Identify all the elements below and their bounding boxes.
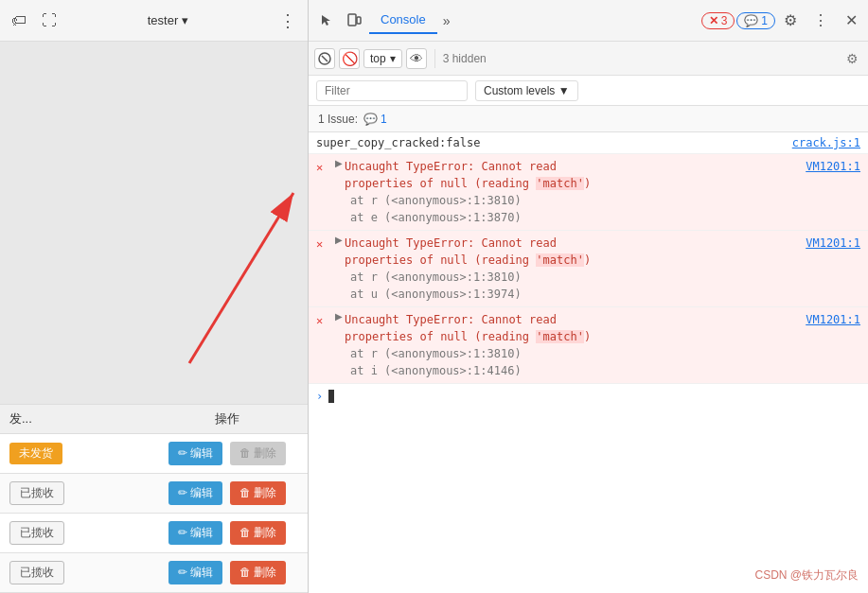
- clear-icon: [318, 52, 331, 65]
- separator: [434, 49, 435, 68]
- context-label: top: [370, 52, 386, 65]
- chevron-down-icon: ▾: [390, 52, 396, 65]
- user-label: tester: [148, 13, 179, 27]
- error-x-icon: ✕: [709, 14, 718, 27]
- expand-error-button[interactable]: ▶: [335, 158, 343, 168]
- watermark: CSDN @铁力瓦尔良: [754, 567, 859, 584]
- status-badge: 已揽收: [9, 521, 64, 545]
- svg-line-5: [322, 56, 328, 61]
- expand-icon: ⛶: [42, 12, 57, 29]
- console-line-error: ✕ ▶ Uncaught TypeError: Cannot read prop…: [309, 231, 868, 307]
- col-op-header: 操作: [156, 410, 298, 427]
- left-panel: 🏷 ⛶ tester ▾ ⋮ 发... 操作: [0, 0, 308, 593]
- custom-levels-button[interactable]: Custom levels ▼: [475, 80, 578, 101]
- more-options-button[interactable]: ⋮: [807, 8, 834, 34]
- error-message: Uncaught TypeError: Cannot read properti…: [345, 158, 806, 192]
- left-content: 发... 操作 未发货 ✏ 编辑 🗑 删除 已揽收 ✏ 编辑: [0, 42, 308, 593]
- info-count-badge[interactable]: 💬 1: [736, 12, 775, 29]
- svg-rect-2: [348, 14, 356, 26]
- chevron-down-icon: ▾: [182, 13, 188, 27]
- status-badge: 未发货: [9, 443, 62, 464]
- error-main-row: ▶ Uncaught TypeError: Cannot read proper…: [335, 311, 860, 345]
- error-message: Uncaught TypeError: Cannot read properti…: [345, 311, 806, 345]
- info-count: 1: [761, 14, 768, 27]
- edit-button[interactable]: ✏ 编辑: [168, 561, 222, 584]
- crack-js-link[interactable]: crack.js:1: [792, 136, 860, 149]
- console-toolbar: 🚫 top ▾ 👁 3 hidden ⚙: [309, 42, 868, 76]
- prompt-cursor[interactable]: [328, 390, 334, 403]
- close-button[interactable]: ✕: [838, 8, 864, 34]
- error-link[interactable]: VM1201:1: [806, 311, 860, 328]
- edit-button[interactable]: ✏ 编辑: [168, 521, 222, 545]
- tag-icon: 🏷: [11, 12, 27, 29]
- error-content: ▶ Uncaught TypeError: Cannot read proper…: [335, 158, 860, 226]
- delete-button[interactable]: 🗑 删除: [230, 481, 286, 505]
- device-icon: [346, 13, 362, 28]
- edit-button[interactable]: ✏ 编辑: [168, 442, 222, 465]
- delete-button[interactable]: 🗑 删除: [230, 561, 286, 584]
- error-message: Uncaught TypeError: Cannot read properti…: [345, 235, 806, 269]
- console-line-error: ✕ ▶ Uncaught TypeError: Cannot read prop…: [309, 154, 868, 231]
- error-content: ▶ Uncaught TypeError: Cannot read proper…: [335, 235, 860, 303]
- left-top-bar: 🏷 ⛶ tester ▾ ⋮: [0, 0, 308, 42]
- block-button[interactable]: 🚫: [339, 48, 360, 69]
- table-row: 已揽收 ✏ 编辑 🗑 删除: [0, 553, 308, 593]
- device-toolbar-button[interactable]: [341, 8, 367, 34]
- issues-bar: 1 Issue: 💬 1: [309, 106, 868, 132]
- error-stack: at r (<anonymous>:1:3810) at u (<anonymo…: [335, 269, 860, 303]
- left-toolbar-icons: 🏷 ⛶: [11, 12, 57, 29]
- edit-button[interactable]: ✏ 编辑: [168, 481, 222, 505]
- delete-button[interactable]: 🗑 删除: [230, 521, 286, 545]
- console-line-info: super_copy_cracked:false crack.js:1: [309, 132, 868, 154]
- error-count-badge[interactable]: ✕ 3: [701, 12, 735, 29]
- chat-icon: 💬: [744, 14, 758, 27]
- expand-error-button[interactable]: ▶: [335, 311, 343, 322]
- error-icon: ✕: [316, 159, 331, 176]
- table-row: 未发货 ✏ 编辑 🗑 删除: [0, 434, 308, 474]
- status-cell: 已揽收: [9, 561, 156, 584]
- super-copy-text: super_copy_cracked:false: [316, 136, 792, 149]
- status-badge: 已揽收: [9, 481, 64, 505]
- table-row: 已揽收 ✏ 编辑 🗑 删除: [0, 474, 308, 514]
- clear-console-button[interactable]: [314, 48, 335, 69]
- more-tabs-button[interactable]: »: [439, 13, 454, 28]
- console-settings-button[interactable]: ⚙: [841, 48, 862, 69]
- error-icon: ✕: [316, 235, 331, 253]
- status-badge: 已揽收: [9, 561, 64, 584]
- svg-line-1: [189, 193, 293, 363]
- expand-error-button[interactable]: ▶: [335, 235, 343, 245]
- settings-button[interactable]: ⚙: [777, 8, 804, 34]
- error-link[interactable]: VM1201:1: [806, 158, 860, 175]
- cursor-icon-button[interactable]: [312, 8, 339, 34]
- cursor-icon: [318, 13, 333, 28]
- chat-icon: 💬: [363, 113, 378, 126]
- actions-cell: ✏ 编辑 🗑 删除: [156, 521, 298, 545]
- error-main-row: ▶ Uncaught TypeError: Cannot read proper…: [335, 158, 860, 192]
- table-header: 发... 操作: [0, 404, 308, 434]
- actions-cell: ✏ 编辑 🗑 删除: [156, 481, 298, 505]
- issues-count: 1: [381, 113, 387, 126]
- error-icon: ✕: [316, 312, 331, 329]
- filter-input[interactable]: [316, 80, 468, 101]
- custom-levels-label: Custom levels ▼: [484, 84, 570, 97]
- col-fa-header: 发...: [9, 410, 156, 427]
- filter-row: Custom levels ▼: [309, 76, 868, 106]
- tab-console[interactable]: Console: [369, 7, 437, 34]
- prompt-icon: ›: [316, 390, 323, 403]
- status-cell: 已揽收: [9, 481, 156, 505]
- hidden-count: 3 hidden: [443, 52, 487, 65]
- context-selector[interactable]: top ▾: [363, 49, 402, 68]
- issues-label: 1 Issue:: [318, 113, 358, 126]
- error-main-row: ▶ Uncaught TypeError: Cannot read proper…: [335, 235, 860, 269]
- console-line-error: ✕ ▶ Uncaught TypeError: Cannot read prop…: [309, 307, 868, 384]
- error-link[interactable]: VM1201:1: [806, 235, 860, 252]
- status-cell: 未发货: [9, 443, 156, 464]
- more-icon[interactable]: ⋮: [279, 10, 296, 31]
- error-stack: at r (<anonymous>:1:3810) at e (<anonymo…: [335, 192, 860, 226]
- error-count: 3: [721, 14, 728, 27]
- user-button[interactable]: tester ▾: [148, 13, 189, 27]
- devtools-panel: Console » ✕ 3 💬 1 ⚙ ⋮ ✕ 🚫 top ▾ 👁: [308, 0, 868, 593]
- eye-button[interactable]: 👁: [406, 48, 427, 69]
- delete-button[interactable]: 🗑 删除: [230, 442, 286, 465]
- error-stack: at r (<anonymous>:1:3810) at i (<anonymo…: [335, 345, 860, 379]
